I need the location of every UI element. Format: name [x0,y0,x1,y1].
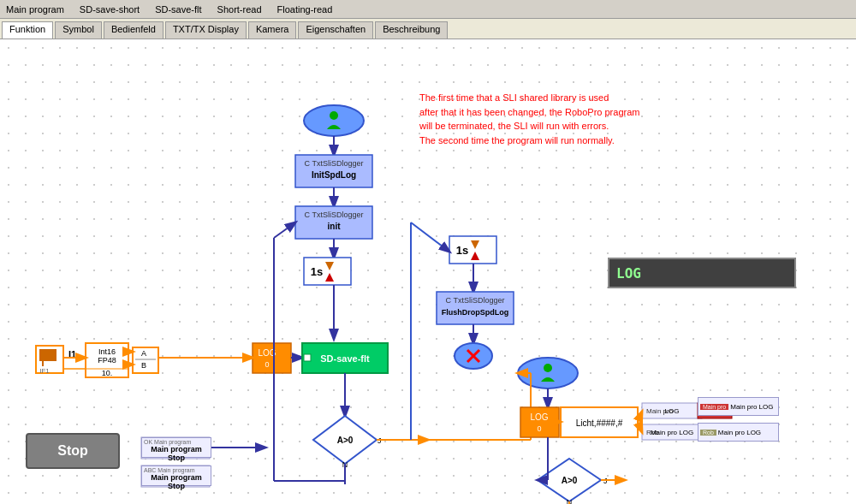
svg-text:0: 0 [265,360,269,369]
svg-text:A>0: A>0 [562,476,578,485]
menu-short-read[interactable]: Short-read [215,3,265,15]
svg-point-66 [544,364,552,372]
svg-point-0 [304,105,364,136]
svg-rect-34 [39,349,56,361]
svg-text:A: A [141,349,146,358]
svg-text:init: init [328,222,342,231]
main-pro-log-1: Main pro Main pro LOG [698,397,779,416]
svg-text:InitSpdLog: InitSpdLog [312,170,356,180]
tab-symbol[interactable]: Symbol [55,21,102,39]
menu-floating-read[interactable]: Floating-read [275,3,336,15]
svg-text:1s: 1s [456,244,468,257]
svg-text:Main pro LOG: Main pro LOG [651,429,693,436]
svg-text:LOG: LOG [530,412,548,422]
svg-point-1 [330,111,338,120]
svg-text:A>0: A>0 [337,436,354,445]
menu-sd-save-flt[interactable]: SD-save-flt [152,3,204,15]
svg-rect-22 [304,354,311,361]
svg-text:FP48: FP48 [98,356,116,365]
svg-text:C TxtSliSDlogger: C TxtSliSDlogger [305,210,364,219]
svg-text:B: B [141,361,146,370]
svg-text:C TxtSliSDlogger: C TxtSliSDlogger [305,159,364,168]
svg-line-32 [274,222,295,238]
tab-eigenschaften[interactable]: Eigenschaften [298,21,373,39]
svg-text:1s: 1s [311,265,323,278]
tab-bedienfeld[interactable]: Bedienfeld [104,21,163,39]
menu-bar: Main program SD-save-short SD-save-flt S… [0,0,856,19]
menu-main-program[interactable]: Main program [3,3,67,15]
svg-text:IF1: IF1 [39,367,50,375]
tab-kamera[interactable]: Kamera [248,21,297,39]
svg-text:10.: 10. [102,369,113,377]
svg-text:Licht,####,#: Licht,####,# [576,418,623,428]
svg-text:FlushDropSpdLog: FlushDropSpdLog [442,308,509,317]
tab-beschreibung[interactable]: Beschreibung [375,21,448,39]
svg-text:LOG: LOG [665,407,680,415]
main-program-stop-ok: OK Main program Main program Stop [141,437,211,458]
main-pro-log-2: Rob Main pro LOG [698,423,779,442]
svg-line-101 [411,222,449,252]
tab-funktion[interactable]: Funktion [2,21,53,39]
main-program-stop-abc: ABC Main program Main program Stop [141,465,211,486]
svg-text:SD-save-flt: SD-save-flt [320,353,370,364]
svg-text:C TxtSliSDlogger: C TxtSliSDlogger [446,296,505,305]
canvas: The first time that a SLI shared library… [0,39,856,504]
tab-bar: Funktion Symbol Bedienfeld TXT/TX Displa… [0,19,856,39]
menu-sd-save-short[interactable]: SD-save-short [77,3,142,15]
tab-txttx-display[interactable]: TXT/TX Display [165,21,247,39]
svg-text:0: 0 [537,424,541,433]
svg-text:Int16: Int16 [98,347,116,356]
